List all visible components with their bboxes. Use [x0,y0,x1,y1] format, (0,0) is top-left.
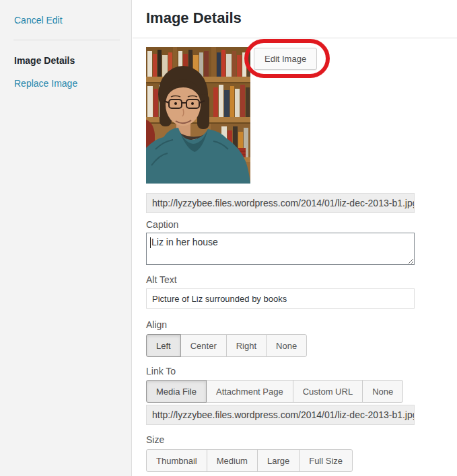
align-button-group: LeftCenterRightNone [146,334,307,357]
link-url-field[interactable]: http://lyzzybee.files.wordpress.com/2014… [146,405,415,425]
link-to-button-media-file[interactable]: Media File [146,380,207,403]
link-to-button-group: Media FileAttachment PageCustom URLNone [146,380,403,403]
sidebar-divider [13,40,120,40]
align-button-left[interactable]: Left [146,334,181,357]
alt-text-label: Alt Text [146,274,177,285]
size-button-large[interactable]: Large [257,449,300,472]
link-to-button-custom-url[interactable]: Custom URL [293,380,363,403]
image-details-modal: Cancel Edit Image Details Replace Image … [0,0,457,476]
caption-label: Caption [146,219,178,230]
sidebar: Cancel Edit Image Details Replace Image [0,0,132,476]
alt-text-input[interactable] [146,288,415,309]
link-to-button-none[interactable]: None [362,380,403,403]
sidebar-item-cancel-edit[interactable]: Cancel Edit [14,15,63,26]
link-to-button-attachment-page[interactable]: Attachment Page [206,380,293,403]
liz-photo [146,47,250,184]
align-button-center[interactable]: Center [180,334,227,357]
image-preview [146,47,250,184]
align-button-none[interactable]: None [266,334,307,357]
main-panel: Image Details [133,0,457,476]
file-url-field[interactable]: http://lyzzybee.files.wordpress.com/2014… [146,193,415,213]
align-button-right[interactable]: Right [226,334,267,357]
size-button-thumbnail[interactable]: Thumbnail [146,449,207,472]
caption-input[interactable]: Liz in her house [146,233,415,265]
edit-image-button[interactable]: Edit Image [254,48,317,70]
link-to-label: Link To [146,366,176,376]
size-button-medium[interactable]: Medium [207,449,258,472]
sidebar-item-replace-image[interactable]: Replace Image [14,78,77,89]
text-caret [150,237,151,248]
size-label: Size [146,434,164,445]
size-button-group: ThumbnailMediumLargeFull Size [146,449,353,472]
main-header: Image Details [133,0,457,38]
sidebar-item-image-details[interactable]: Image Details [14,55,75,66]
page-title: Image Details [146,9,242,27]
align-label: Align [146,319,167,330]
size-button-full-size[interactable]: Full Size [299,449,353,472]
